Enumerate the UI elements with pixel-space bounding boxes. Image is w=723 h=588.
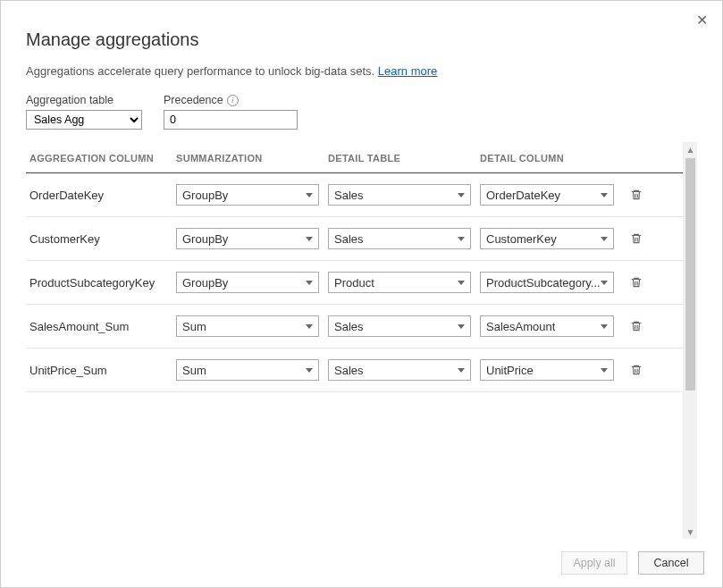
detail-table-select[interactable]: Sales [328,228,471,249]
chevron-down-icon [306,237,313,241]
scrollbar-thumb[interactable] [685,158,695,391]
trash-icon [630,232,643,245]
precedence-label: Precedence i [164,94,298,106]
aggregation-column-cell: OrderDateKey [26,189,176,202]
chevron-down-icon [601,281,608,285]
header-detail-column: DETAIL COLUMN [480,153,623,164]
table-row: OrderDateKeyGroupBySalesOrderDateKey [26,173,683,217]
summarization-select[interactable]: GroupBy [176,272,319,293]
chevron-down-icon [458,368,465,373]
dialog-footer: Apply all Cancel [1,539,722,587]
trash-icon [630,364,643,376]
chevron-down-icon [601,368,608,373]
chevron-down-icon [306,193,313,197]
scroll-down-icon[interactable]: ▼ [684,525,697,539]
aggregation-table-area: AGGREGATION COLUMN SUMMARIZATION DETAIL … [26,142,697,539]
aggregation-table: AGGREGATION COLUMN SUMMARIZATION DETAIL … [26,142,683,539]
apply-all-button[interactable]: Apply all [561,551,627,575]
trash-icon [630,276,643,289]
table-row: ProductSubcategoryKeyGroupByProductProdu… [26,261,683,305]
table-row: UnitPrice_SumSumSalesUnitPrice [26,349,683,392]
controls-row: Aggregation table Sales Agg Precedence i [26,94,697,130]
detail-column-select[interactable]: CustomerKey [480,228,614,249]
dialog-subtitle: Aggregations accelerate query performanc… [26,64,697,78]
detail-table-select[interactable]: Product [328,272,471,293]
delete-row-button[interactable] [628,362,644,378]
trash-icon [630,320,643,332]
chevron-down-icon [601,193,608,197]
delete-row-button[interactable] [628,187,644,203]
aggregation-table-label: Aggregation table [26,94,142,106]
detail-column-select[interactable]: ProductSubcategory... [480,272,614,293]
chevron-down-icon [458,237,465,241]
learn-more-link[interactable]: Learn more [378,64,437,78]
close-button[interactable]: ✕ [693,10,711,31]
precedence-input[interactable] [164,110,298,130]
close-icon: ✕ [696,13,708,28]
manage-aggregations-dialog: ✕ Manage aggregations Aggregations accel… [0,0,723,588]
scrollbar[interactable]: ▲ ▼ [683,142,697,539]
detail-column-select[interactable]: UnitPrice [480,359,614,381]
aggregation-column-cell: CustomerKey [26,232,176,246]
detail-column-select[interactable]: SalesAmount [480,315,614,337]
chevron-down-icon [601,237,608,241]
chevron-down-icon [458,324,465,329]
subtitle-text: Aggregations accelerate query performanc… [26,64,378,78]
detail-table-select[interactable]: Sales [328,359,471,381]
table-header: AGGREGATION COLUMN SUMMARIZATION DETAIL … [26,142,683,173]
aggregation-column-cell: ProductSubcategoryKey [26,276,176,290]
aggregation-table-select[interactable]: Sales Agg [26,110,142,130]
header-aggregation-column: AGGREGATION COLUMN [26,153,176,164]
scroll-up-icon[interactable]: ▲ [684,142,697,156]
chevron-down-icon [458,281,465,285]
trash-icon [630,189,643,201]
header-summarization: SUMMARIZATION [176,153,328,164]
chevron-down-icon [306,281,313,285]
summarization-select[interactable]: Sum [176,315,319,337]
header-detail-table: DETAIL TABLE [328,153,480,164]
delete-row-button[interactable] [628,231,644,247]
info-icon[interactable]: i [227,95,239,106]
chevron-down-icon [458,193,465,197]
chevron-down-icon [306,324,313,329]
summarization-select[interactable]: Sum [176,359,319,381]
aggregation-table-group: Aggregation table Sales Agg [26,94,142,130]
summarization-select[interactable]: GroupBy [176,228,319,249]
precedence-group: Precedence i [164,94,298,130]
dialog-title: Manage aggregations [26,29,697,50]
table-row: SalesAmount_SumSumSalesSalesAmount [26,305,683,349]
summarization-select[interactable]: GroupBy [176,184,319,206]
chevron-down-icon [601,324,608,329]
delete-row-button[interactable] [628,274,644,290]
dialog-content: Manage aggregations Aggregations acceler… [1,1,722,539]
detail-column-select[interactable]: OrderDateKey [480,184,614,206]
detail-table-select[interactable]: Sales [328,315,471,337]
detail-table-select[interactable]: Sales [328,184,471,206]
chevron-down-icon [306,368,313,373]
aggregation-column-cell: SalesAmount_Sum [26,320,176,333]
delete-row-button[interactable] [628,318,644,334]
table-row: CustomerKeyGroupBySalesCustomerKey [26,217,683,261]
cancel-button[interactable]: Cancel [638,551,704,575]
aggregation-column-cell: UnitPrice_Sum [26,364,176,377]
